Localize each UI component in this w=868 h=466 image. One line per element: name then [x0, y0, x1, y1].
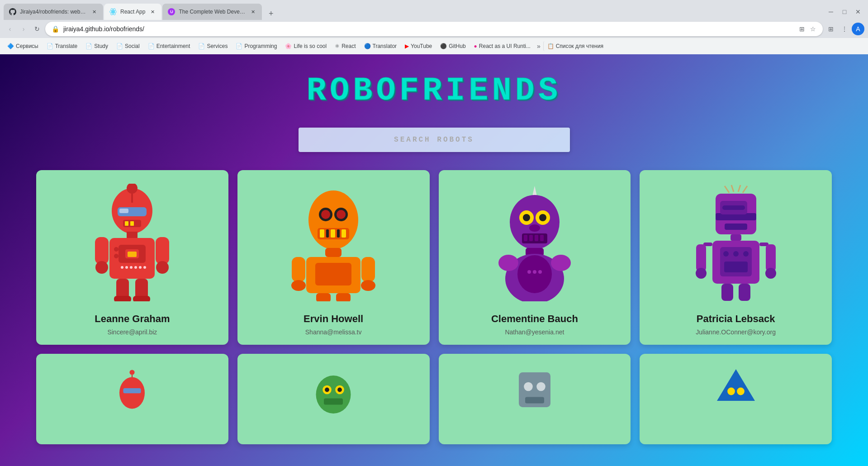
svg-point-67 [498, 255, 518, 271]
svg-rect-110 [525, 397, 544, 404]
bookmark-youtube[interactable]: ▶ YouTube [401, 41, 436, 51]
robot-email-2: Shanna@melissa.tv [305, 328, 362, 336]
svg-rect-81 [725, 223, 747, 230]
svg-rect-20 [156, 237, 169, 264]
bookmark-translator[interactable]: 🔵 Translator [360, 41, 401, 51]
svg-rect-63 [535, 235, 538, 241]
robot-card-5[interactable] [36, 354, 228, 444]
tab-react[interactable]: React App ✕ [104, 4, 161, 20]
translate-icon[interactable]: ⊞ [797, 24, 806, 33]
bookmark-programming-icon: 📄 [236, 43, 242, 49]
bookmark-serviсы-icon: 🔷 [7, 43, 14, 49]
refresh-button[interactable]: ↻ [31, 23, 43, 35]
robot-card-3[interactable]: Clementine Bauch Nathan@yesenia.net [439, 170, 631, 345]
bookmark-react[interactable]: ⚛ React [331, 41, 359, 51]
svg-rect-51 [316, 293, 331, 301]
robot-card-4[interactable]: Patricia Lebsack Julianne.OConner@kory.o… [640, 170, 832, 345]
svg-point-50 [361, 280, 375, 291]
tab-react-close[interactable]: ✕ [149, 8, 156, 15]
browser-action-icons: ⊞ ⋮ A [825, 23, 864, 35]
bookmark-life-label: Life is so cool [294, 43, 327, 49]
bookmark-services-icon: 📄 [198, 43, 205, 49]
bookmark-programming[interactable]: 📄 Programming [232, 41, 280, 51]
robot-email-3: Nathan@yesenia.net [505, 328, 564, 336]
address-bar-icons: ⊞ ☆ [797, 24, 817, 33]
extensions-icon[interactable]: ⊞ [825, 23, 837, 35]
profile-icon[interactable]: A [852, 23, 864, 35]
bookmark-study[interactable]: 📄 Study [82, 41, 112, 51]
svg-rect-95 [721, 284, 733, 301]
tab-github[interactable]: Jiraiya4/robofriends: web page f... ✕ [4, 4, 103, 20]
svg-rect-19 [95, 237, 109, 264]
tab-bar: Jiraiya4/robofriends: web page f... ✕ Re… [0, 0, 868, 20]
svg-rect-11 [130, 221, 134, 226]
bookmark-star-icon[interactable]: ☆ [808, 24, 817, 33]
back-button[interactable]: ‹ [4, 23, 16, 35]
svg-rect-43 [342, 229, 346, 238]
search-input[interactable] [299, 128, 570, 152]
svg-rect-8 [119, 209, 128, 213]
svg-point-109 [536, 382, 545, 391]
svg-point-29 [130, 266, 133, 269]
bookmark-entertainment[interactable]: 📄 Entertainment [144, 41, 194, 51]
bookmarks-more-button[interactable]: » [537, 43, 541, 50]
svg-point-70 [527, 270, 531, 274]
address-bar-container: 🔒 ⊞ ☆ [45, 22, 823, 36]
svg-rect-61 [524, 235, 527, 241]
svg-point-18 [114, 254, 119, 258]
svg-rect-12 [127, 232, 138, 238]
robot-card-6[interactable] [237, 354, 430, 444]
robot-card-1[interactable]: Leanne Graham Sincere@april.biz [36, 170, 228, 345]
svg-rect-48 [361, 257, 375, 282]
reading-list-label: Список для чтения [556, 43, 603, 49]
svg-marker-111 [717, 369, 755, 401]
bookmark-react-runti-icon: ● [474, 43, 477, 49]
browser-chrome: Jiraiya4/robofriends: web page f... ✕ Re… [0, 0, 868, 54]
svg-rect-100 [123, 388, 141, 393]
bookmark-react-runti[interactable]: ● React as a UI Runti... [470, 41, 534, 51]
robot-name-3: Clementine Bauch [491, 313, 578, 325]
nav-controls: ‹ › ↻ [4, 23, 43, 35]
svg-point-105 [337, 388, 342, 392]
close-window-button[interactable]: ✕ [852, 5, 864, 18]
svg-point-86 [733, 251, 739, 257]
svg-point-58 [539, 214, 546, 221]
svg-point-68 [551, 255, 571, 271]
bookmark-github-icon: ⚫ [440, 43, 447, 49]
forward-button[interactable]: › [17, 23, 30, 35]
bookmark-github[interactable]: ⚫ GitHub [436, 41, 469, 51]
bookmark-react-runti-label: React as a UI Runti... [479, 43, 531, 49]
tab-udemy-close[interactable]: ✕ [249, 8, 256, 15]
bookmark-serviсы[interactable]: 🔷 Сервисы [4, 41, 42, 51]
bookmark-entertainment-label: Entertainment [157, 43, 190, 49]
tab-udemy[interactable]: U The Complete Web Developer in... ✕ [162, 4, 262, 20]
address-bar-input[interactable] [63, 25, 794, 33]
bookmark-life[interactable]: 🌸 Life is so cool [281, 41, 330, 51]
robot-card-7[interactable] [439, 354, 631, 444]
maximize-button[interactable]: □ [838, 5, 851, 18]
svg-line-74 [731, 185, 734, 192]
reading-list-button[interactable]: 📋 Список для чтения [543, 41, 607, 51]
more-options-icon[interactable]: ⋮ [838, 23, 851, 35]
bookmark-translate[interactable]: 📄 Translate [43, 41, 81, 51]
robot-card-8[interactable] [640, 354, 832, 444]
bookmark-programming-label: Programming [244, 43, 277, 49]
svg-point-36 [321, 210, 330, 219]
bookmark-social-label: Social [125, 43, 140, 49]
svg-rect-47 [292, 257, 305, 282]
bookmark-social[interactable]: 📄 Social [113, 41, 143, 51]
bookmark-social-icon: 📄 [116, 43, 123, 49]
svg-rect-26 [133, 296, 150, 301]
svg-rect-88 [724, 262, 748, 272]
new-tab-button[interactable]: + [265, 7, 277, 20]
minimize-button[interactable]: ─ [825, 5, 837, 18]
robot-card-2[interactable]: Ervin Howell Shanna@melissa.tv [237, 170, 430, 345]
svg-rect-16 [128, 252, 137, 257]
svg-point-112 [727, 388, 735, 395]
svg-point-27 [121, 266, 123, 269]
robot-image-4 [649, 179, 823, 306]
tab-github-close[interactable]: ✕ [90, 8, 98, 15]
bookmark-services[interactable]: 📄 Services [194, 41, 231, 51]
svg-rect-92 [766, 244, 776, 271]
svg-point-101 [316, 376, 351, 414]
